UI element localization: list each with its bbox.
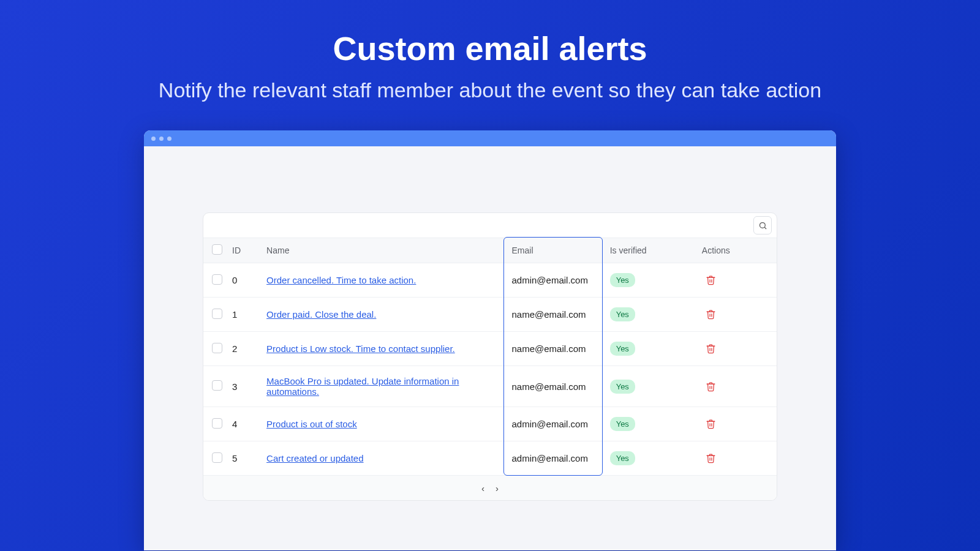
- table-row: 0Order cancelled. Time to take action.ad…: [203, 263, 777, 298]
- row-id: 5: [227, 441, 262, 476]
- frame-body: ID Name Email Is verified Actions 0Order…: [144, 146, 836, 550]
- row-id: 1: [227, 298, 262, 332]
- col-header-verified: Is verified: [605, 238, 697, 263]
- page-subtitle: Notify the relevant staff member about t…: [0, 78, 980, 102]
- alert-name-link[interactable]: Order paid. Close the deal.: [266, 309, 376, 320]
- col-header-actions: Actions: [697, 238, 777, 263]
- page-title: Custom email alerts: [0, 0, 980, 67]
- row-checkbox[interactable]: [212, 309, 222, 319]
- alerts-table-card: ID Name Email Is verified Actions 0Order…: [203, 212, 777, 501]
- verified-badge: Yes: [610, 342, 635, 356]
- row-id: 0: [227, 263, 262, 298]
- alerts-table: ID Name Email Is verified Actions 0Order…: [203, 238, 777, 476]
- trash-icon[interactable]: [706, 453, 716, 463]
- trash-icon[interactable]: [706, 275, 716, 285]
- row-id: 2: [227, 332, 262, 366]
- table-row: 2Product is Low stock. Time to contact s…: [203, 332, 777, 366]
- col-header-id: ID: [227, 238, 262, 263]
- row-checkbox[interactable]: [212, 380, 222, 391]
- alert-name-link[interactable]: Order cancelled. Time to take action.: [266, 275, 416, 285]
- row-checkbox[interactable]: [212, 343, 222, 353]
- trash-icon[interactable]: [706, 381, 716, 392]
- svg-line-1: [764, 227, 766, 229]
- trash-icon[interactable]: [706, 419, 716, 429]
- window-dot: [151, 137, 156, 141]
- row-checkbox[interactable]: [212, 274, 222, 285]
- search-button[interactable]: [753, 216, 772, 234]
- verified-badge: Yes: [610, 417, 635, 431]
- table-row: 1Order paid. Close the deal.name@email.c…: [203, 298, 777, 332]
- row-email: name@email.com: [507, 366, 605, 407]
- verified-badge: Yes: [610, 451, 635, 465]
- row-email: admin@email.com: [507, 441, 605, 476]
- alert-name-link[interactable]: Cart created or updated: [266, 453, 363, 463]
- search-icon: [758, 221, 767, 230]
- row-checkbox[interactable]: [212, 452, 222, 463]
- verified-badge: Yes: [610, 273, 635, 287]
- table-row: 5Cart created or updatedadmin@email.comY…: [203, 441, 777, 476]
- row-id: 4: [227, 407, 262, 441]
- window-dot: [167, 137, 172, 141]
- svg-point-0: [760, 222, 765, 228]
- alert-name-link[interactable]: MacBook Pro is updated. Update informati…: [266, 376, 459, 397]
- alert-name-link[interactable]: Product is Low stock. Time to contact su…: [266, 343, 455, 354]
- trash-icon[interactable]: [706, 343, 716, 354]
- prev-page-button[interactable]: ‹: [481, 483, 484, 493]
- pagination: ‹ ›: [203, 476, 777, 500]
- row-checkbox[interactable]: [212, 418, 222, 429]
- alert-name-link[interactable]: Product is out of stock: [266, 419, 357, 429]
- next-page-button[interactable]: ›: [496, 483, 499, 493]
- verified-badge: Yes: [610, 380, 635, 394]
- col-header-name: Name: [262, 238, 507, 263]
- window-dot: [159, 137, 164, 141]
- col-header-email: Email: [507, 238, 605, 263]
- row-email: name@email.com: [507, 298, 605, 332]
- row-email: admin@email.com: [507, 407, 605, 441]
- browser-titlebar: [144, 130, 836, 146]
- row-email: admin@email.com: [507, 263, 605, 298]
- row-id: 3: [227, 366, 262, 407]
- table-row: 4Product is out of stockadmin@email.comY…: [203, 407, 777, 441]
- verified-badge: Yes: [610, 307, 635, 321]
- browser-frame: ID Name Email Is verified Actions 0Order…: [144, 130, 836, 550]
- table-row: 3MacBook Pro is updated. Update informat…: [203, 366, 777, 407]
- row-email: name@email.com: [507, 332, 605, 366]
- select-all-checkbox[interactable]: [212, 244, 222, 255]
- trash-icon[interactable]: [706, 309, 716, 320]
